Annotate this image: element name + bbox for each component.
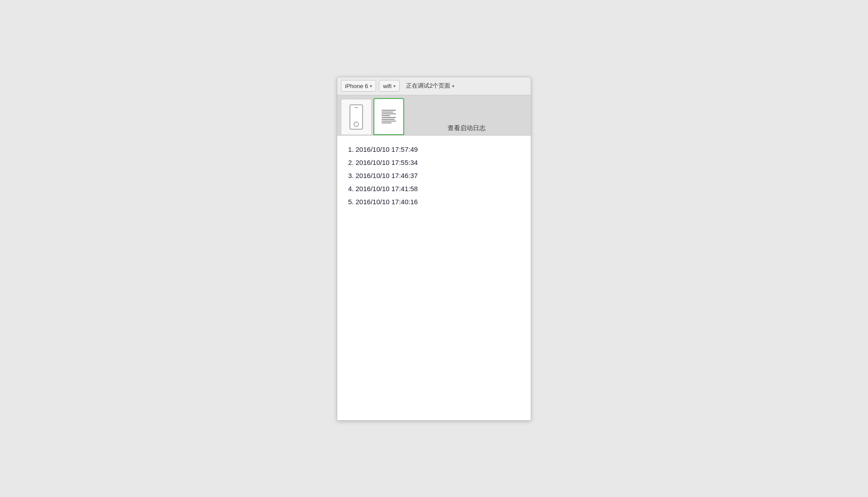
device-chevron-icon: ▾ [370, 84, 372, 89]
log-item: 1. 2016/10/10 17:57:49 [348, 143, 520, 156]
log-item-timestamp: 2016/10/10 17:40:16 [356, 198, 418, 206]
tabs-area: 查看启动日志 [337, 95, 531, 136]
preview-line-2 [382, 112, 393, 113]
log-item-number: 4. [348, 185, 354, 192]
preview-line-4 [382, 115, 390, 116]
log-list: 1. 2016/10/10 17:57:492. 2016/10/10 17:5… [348, 143, 520, 208]
log-item: 4. 2016/10/10 17:41:58 [348, 182, 520, 195]
lines-preview-icon [380, 108, 398, 125]
network-selector[interactable]: wifi ▾ [379, 80, 400, 92]
log-item-timestamp: 2016/10/10 17:55:34 [356, 159, 418, 166]
phone-preview-icon [349, 104, 363, 130]
network-chevron-icon: ▾ [393, 84, 396, 89]
preview-line-6 [382, 119, 395, 120]
log-item-timestamp: 2016/10/10 17:41:58 [356, 185, 418, 192]
preview-line-7 [382, 121, 396, 122]
log-item-number: 1. [348, 145, 354, 153]
preview-line-8 [382, 122, 392, 123]
status-label: 正在调试2个页面 [406, 82, 450, 90]
status-chevron-icon: ▾ [452, 84, 454, 89]
debug-status[interactable]: 正在调试2个页面 ▾ [402, 80, 458, 91]
preview-line-5 [382, 117, 396, 118]
log-item: 2. 2016/10/10 17:55:34 [348, 156, 520, 169]
preview-line-3 [382, 113, 396, 114]
log-item-number: 2. [348, 159, 354, 166]
simulator-window: iPhone 6 ▾ wifi ▾ 正在调试2个页面 ▾ [337, 77, 531, 421]
log-item-number: 3. [348, 172, 354, 179]
log-item-number: 5. [348, 198, 354, 206]
network-label: wifi [383, 83, 392, 89]
device-label: iPhone 6 [345, 83, 368, 89]
tab-2[interactable] [373, 98, 404, 135]
content-area: 1. 2016/10/10 17:57:492. 2016/10/10 17:5… [337, 136, 531, 420]
page-title-bar: 查看启动日志 [406, 122, 527, 135]
log-item-timestamp: 2016/10/10 17:46:37 [356, 172, 418, 179]
tab-1-preview [341, 99, 371, 135]
device-selector[interactable]: iPhone 6 ▾ [341, 80, 376, 92]
log-item-timestamp: 2016/10/10 17:57:49 [356, 145, 418, 153]
toolbar: iPhone 6 ▾ wifi ▾ 正在调试2个页面 ▾ [337, 77, 531, 95]
tab-1[interactable] [341, 99, 372, 135]
tab-2-preview [374, 99, 403, 134]
preview-line-1 [382, 110, 396, 111]
page-title: 查看启动日志 [448, 124, 486, 132]
log-item: 3. 2016/10/10 17:46:37 [348, 169, 520, 182]
log-item: 5. 2016/10/10 17:40:16 [348, 195, 520, 208]
